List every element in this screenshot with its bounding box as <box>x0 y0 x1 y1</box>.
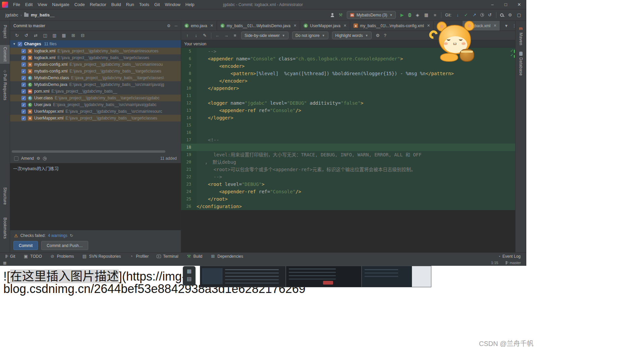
back-icon[interactable]: ← <box>215 33 220 38</box>
changed-file-row[interactable]: ✓xlogback.xmlE:\java_project__\jgdabc\my… <box>10 54 181 61</box>
expand-all-icon[interactable]: ⊞ <box>71 33 76 38</box>
build-icon[interactable]: ⚒ <box>338 12 343 17</box>
menu-tools[interactable]: Tools <box>137 1 152 8</box>
next-change-icon[interactable]: ↓ <box>194 33 199 38</box>
window-toggle-icon[interactable]: ▢ <box>517 12 522 17</box>
menu-navigate[interactable]: Navigate <box>50 1 71 8</box>
menu-view[interactable]: View <box>35 1 49 8</box>
change-marker[interactable] <box>514 50 515 53</box>
close-tab-icon[interactable]: ✕ <box>210 23 213 28</box>
change-marker[interactable] <box>514 55 515 58</box>
checkbox-checked-icon[interactable]: ✓ <box>21 109 26 114</box>
menu-run[interactable]: Run <box>124 1 137 8</box>
checkbox-checked-icon[interactable]: ✓ <box>21 76 26 80</box>
group-icon[interactable]: ◫ <box>43 33 48 38</box>
chevron-down-icon[interactable]: ▼ <box>13 42 16 46</box>
forward-icon[interactable]: → <box>224 33 229 38</box>
menu-git[interactable]: Git <box>152 1 162 8</box>
menu-refactor[interactable]: Refactor <box>88 1 109 8</box>
gear-icon[interactable]: ⚙ <box>167 23 171 28</box>
checkbox-checked-icon[interactable]: ✓ <box>21 89 26 94</box>
inspections-ok-icon[interactable]: ✓✓ <box>510 49 514 57</box>
debug-icon[interactable] <box>408 13 411 17</box>
hide-panel-icon[interactable]: ─ <box>174 23 177 28</box>
close-button[interactable]: ✕ <box>513 0 526 9</box>
rollback-icon[interactable]: ↺ <box>24 33 29 38</box>
list-icon[interactable]: ≡ <box>232 33 237 38</box>
chevron-down-icon[interactable]: ▼ <box>504 23 508 28</box>
highlight-policy-select[interactable]: Highlight words ▼ <box>332 32 372 39</box>
run-icon[interactable]: ▶ <box>399 12 405 17</box>
close-tab-icon[interactable]: ✕ <box>293 23 297 28</box>
gear-icon[interactable]: ⚙ <box>37 156 40 161</box>
viewer-mode-select[interactable]: Side-by-side viewer ▼ <box>241 32 288 39</box>
changed-file-row[interactable]: ✓xmybatis-config.xmlE:\java_project__\jg… <box>10 61 181 68</box>
gear-icon[interactable]: ⚙ <box>375 33 380 38</box>
checkbox-checked-icon[interactable]: ✓ <box>21 103 26 107</box>
changed-file-row[interactable]: ✓CUser.classE:\java_project__\jgdabc\my_… <box>10 95 181 101</box>
tool-window-project[interactable]: Project <box>0 23 10 40</box>
menu-edit[interactable]: Edit <box>23 1 35 8</box>
tool-window-button-build[interactable]: ⚒Build <box>186 254 203 259</box>
checkbox-checked-icon[interactable]: ✓ <box>21 83 26 87</box>
more-options-icon[interactable]: ⋮ <box>512 23 515 28</box>
changed-file-row[interactable]: ✓CMybatisDemo.classE:\java_project__\jgd… <box>10 75 181 81</box>
close-tab-icon[interactable]: ✕ <box>343 23 346 28</box>
prev-change-icon[interactable]: ↑ <box>185 33 190 38</box>
checkbox-checked-icon[interactable]: ✓ <box>21 49 26 53</box>
checkbox-checked-icon[interactable]: ✓ <box>21 96 26 100</box>
changed-file-row[interactable]: ✓xlogback.xmlE:\java_project__\jgdabc\my… <box>10 48 181 54</box>
breadcrumb-module[interactable]: my_batis__ <box>31 12 55 17</box>
stop-icon[interactable]: ■ <box>432 12 437 17</box>
history-icon[interactable] <box>43 157 47 160</box>
help-icon[interactable]: ? <box>384 33 386 38</box>
commit-message-input[interactable]: 一次mybatis的入门练习 <box>10 163 181 230</box>
settings-group-icon[interactable]: ▦ <box>61 33 66 38</box>
code-editor[interactable]: 5 -->6 <appender name="Console" class="c… <box>181 48 515 252</box>
refresh-icon[interactable]: ↻ <box>14 33 19 38</box>
tool-window-bookmarks[interactable]: Bookmarks <box>0 215 10 241</box>
tool-window-button-problems[interactable]: ⊘Problems <box>50 254 74 259</box>
tool-window-commit[interactable]: Commit <box>0 45 10 64</box>
close-tab-icon[interactable]: ✕ <box>493 23 496 28</box>
commit-check-icon[interactable]: ✓ <box>464 12 469 17</box>
tool-window-button-todo[interactable]: ▣TODO <box>23 254 42 259</box>
rollback-icon[interactable]: ↺ <box>487 12 492 17</box>
editor-tab[interactable]: Cemo.java✕ <box>181 21 217 31</box>
minimize-button[interactable]: – <box>486 0 499 9</box>
changed-file-row[interactable]: ✓xUserMapper.xmlE:\java_project__\jgdabc… <box>10 115 181 121</box>
checkbox-checked-icon[interactable]: ✓ <box>21 69 26 73</box>
checkbox-checked-icon[interactable]: ✓ <box>18 42 22 46</box>
checkbox-checked-icon[interactable]: ✓ <box>21 62 26 67</box>
git-branch-widget[interactable]: master <box>505 261 521 265</box>
tool-window-maven[interactable]: m Maven <box>516 24 526 47</box>
changed-file-row[interactable]: ✓xUserMapper.xmlE:\java_project__\jgdabc… <box>10 108 181 115</box>
history-icon[interactable] <box>480 13 484 17</box>
run-config-select[interactable]: m MybatisDemo (3) ▼ <box>347 11 396 19</box>
tool-window-button-dependencies[interactable]: ⊞Dependencies <box>210 254 243 259</box>
tool-window-pull-requests[interactable]: Pull Requests <box>0 72 10 102</box>
caret-position[interactable]: 1:15 <box>491 261 498 265</box>
editor-tab[interactable]: CUserMapper.java✕ <box>300 21 350 31</box>
thumbnail-image[interactable] <box>362 266 431 287</box>
window-toggle-icon[interactable]: ▦ <box>0 261 6 265</box>
coverage-icon[interactable]: ◈ <box>415 12 420 17</box>
search-icon[interactable] <box>500 13 503 17</box>
refresh-icon[interactable]: ↻ <box>70 233 73 238</box>
menu-build[interactable]: Build <box>109 1 123 8</box>
checkbox-checked-icon[interactable]: ✓ <box>21 56 26 60</box>
editor-tab[interactable]: Cmy_batis__01\...\MybatisDemo.java✕ <box>217 21 300 31</box>
changed-file-row[interactable]: ✓mpom.xmlE:\java_project__\jgdabc\my_bat… <box>10 88 181 95</box>
event-log-button[interactable]: ◔ Event Log <box>498 254 526 259</box>
collapse-all-icon[interactable]: ⊟ <box>80 33 85 38</box>
warnings-link[interactable]: 4 warnings <box>48 233 67 238</box>
thumbnail-image[interactable] <box>200 266 286 287</box>
show-diff-icon[interactable]: ⇄ <box>33 33 38 38</box>
menu-help[interactable]: Help <box>183 1 197 8</box>
menu-file[interactable]: File <box>11 1 22 8</box>
ignore-policy-select[interactable]: Do not ignore ▼ <box>292 32 328 39</box>
preview-icon[interactable]: ▥ <box>52 33 57 38</box>
commit-and-push-button[interactable]: Commit and Push… <box>41 241 88 250</box>
changed-file-row[interactable]: ✓CMybatisDemo.javaE:\java_project__\jgda… <box>10 81 181 88</box>
settings-icon[interactable]: ⚙ <box>507 12 513 17</box>
